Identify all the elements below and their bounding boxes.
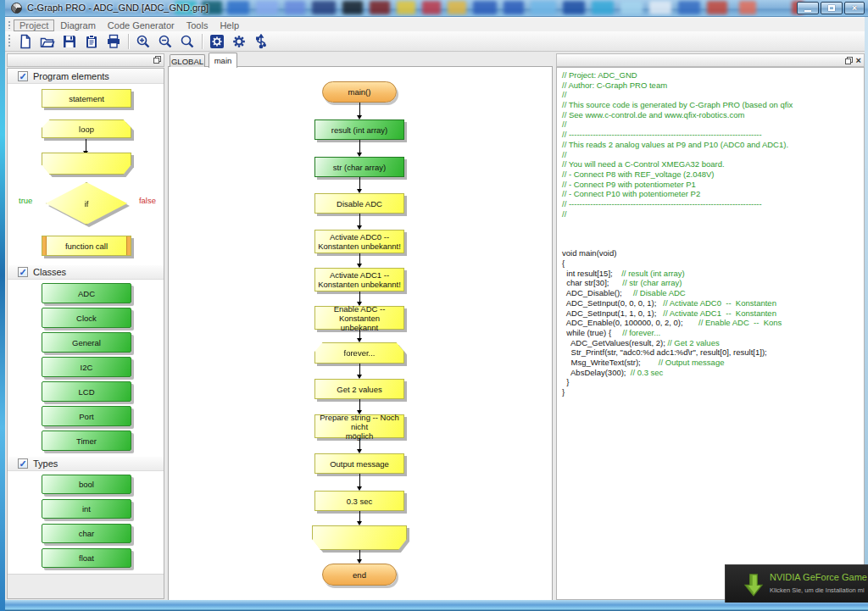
usb-button[interactable] [250, 32, 272, 51]
classes-checkbox[interactable]: ✓ [18, 267, 28, 277]
menubar-grip[interactable] [8, 20, 12, 29]
desktop-icon-blur [256, 1, 278, 14]
minimize-button[interactable] [797, 2, 819, 14]
class-i2c[interactable]: I2C [42, 357, 131, 377]
nvidia-download-icon [743, 571, 765, 597]
type-float[interactable]: float [42, 548, 131, 568]
class-port[interactable]: Port [42, 406, 131, 426]
fc-node-activate-adc1-konstanten-unbekannt[interactable]: Activate ADC1 -- Konstanten unbekannt! [314, 268, 404, 292]
function-call-label: function call [65, 242, 108, 251]
sidebar-dock-header[interactable] [7, 53, 164, 67]
fc-node-output-message[interactable]: Output message [314, 453, 404, 474]
palette-statement[interactable]: statement [42, 89, 131, 108]
build-icon [209, 34, 225, 49]
nvidia-subtitle: Klicken Sie, um die Installation mi [770, 586, 865, 594]
float-panel-icon[interactable] [153, 56, 161, 64]
fc-node-0-3-sec[interactable]: 0.3 sec [314, 491, 404, 511]
new-file-button[interactable] [14, 32, 36, 51]
close-button[interactable]: × [844, 2, 865, 14]
float-panel-icon[interactable] [845, 57, 853, 64]
fc-node-end[interactable]: end [322, 564, 397, 586]
section-label: Classes [33, 267, 66, 277]
class-lcd[interactable]: LCD [42, 381, 131, 402]
new-file-icon [18, 34, 33, 49]
code-line: // - Connect P10 with potentiometer P2 [562, 189, 865, 199]
fc-node-loop-end[interactable] [312, 525, 407, 550]
fc-node-result-int-array[interactable]: result (int array) [314, 119, 404, 140]
class-clock[interactable]: Clock [42, 308, 131, 328]
nvidia-notification[interactable]: NVIDIA GeForce Game Klicken Sie, um die … [725, 564, 868, 603]
tab-global[interactable]: GLOBAL [170, 54, 205, 67]
fc-node-get-2-values[interactable]: Get 2 values [314, 379, 404, 399]
type-char[interactable]: char [42, 524, 131, 543]
code-comment: // Activate ADC0 -- Konstanten [663, 298, 776, 308]
fc-node-forever[interactable]: forever... [314, 342, 404, 364]
desktop-icon-blur [620, 1, 643, 14]
palette-loop-end[interactable] [42, 153, 131, 175]
code-dock-header[interactable]: × [556, 53, 865, 67]
desktop-icon-blur [531, 1, 556, 14]
fc-node-str-char-array[interactable]: str (char array) [314, 157, 404, 177]
desktop-icon-blur [739, 1, 756, 14]
minimize-icon [804, 10, 811, 12]
code-comment: // See www.c-control.de and www.qfix-rob… [562, 110, 744, 119]
code-line: // -------------------------------------… [562, 130, 865, 140]
menu-diagram[interactable]: Diagram [54, 19, 102, 31]
settings-button[interactable] [228, 32, 250, 51]
maximize-button[interactable] [821, 2, 843, 14]
zoom-out-button[interactable] [154, 32, 176, 51]
code-comment: // Get 2 values [667, 338, 719, 347]
code-comment: // result (int array) [621, 269, 684, 278]
fc-node-activate-adc0-konstanten-unbekannt[interactable]: Activate ADC0 -- Konstanten unbekannt! [314, 230, 404, 253]
toolbar [5, 31, 868, 52]
type-bool[interactable]: bool [42, 475, 131, 494]
diagram-canvas[interactable]: main()result (int array)str (char array)… [168, 67, 553, 600]
code-line: // This reads 2 analog values at P9 and … [562, 140, 865, 150]
type-int[interactable]: int [42, 499, 131, 519]
menu-help[interactable]: Help [214, 19, 245, 31]
title-bar[interactable]: C-Graph PRO - ADC_GND [ADC_GND.grp] × [5, 0, 868, 17]
menu-code-generator[interactable]: Code Generator [102, 19, 181, 31]
fc-node-disable-adc[interactable]: Disable ADC [314, 193, 404, 214]
zoom-out-icon [158, 34, 173, 49]
desktop-icon-blur [342, 1, 363, 14]
open-folder-button[interactable] [36, 32, 58, 51]
code-comment: // Author: C-Graph PRO team [562, 81, 667, 90]
palette-function-call[interactable]: function call [42, 236, 131, 256]
code-line: while (true) { // forever... [562, 328, 865, 338]
fc-node-enable-adc-konstanten-unbekannt[interactable]: Enable ADC -- Konstanten unbekannt [314, 306, 404, 330]
class-adc[interactable]: ADC [42, 283, 131, 303]
if-true-label: true [19, 196, 32, 205]
fc-node-main[interactable]: main() [322, 81, 397, 103]
paste-button[interactable] [81, 32, 103, 51]
toolbar-grip[interactable] [8, 34, 12, 48]
zoom-button[interactable] [176, 32, 198, 51]
desktop-icon-blur [448, 1, 466, 14]
print-icon [106, 34, 121, 49]
palette-loop-start[interactable]: loop [42, 119, 131, 138]
code-line: // - Connect P8 with REF_voltage (2.048V… [562, 169, 865, 180]
code-text: char str[30]; [562, 278, 622, 287]
class-general[interactable]: General [42, 332, 131, 353]
desktop-icon-blur [312, 1, 336, 14]
fc-node-prepare-string-noch-nicht-m-glich[interactable]: Prepare string -- Noch nicht möglich [314, 414, 404, 438]
code-comment: // Disable ADC [633, 288, 686, 297]
desktop-icon-blur [397, 1, 415, 14]
palette-if[interactable]: if [46, 182, 127, 225]
code-view[interactable]: // Project: ADC_GND// Author: C-Graph PR… [556, 67, 865, 600]
code-comment: // This source code is generated by C-Gr… [562, 100, 793, 109]
class-timer[interactable]: Timer [42, 430, 131, 451]
close-panel-icon[interactable]: × [856, 56, 861, 64]
fc-node-forever-shape: forever... [314, 342, 404, 364]
build-button[interactable] [206, 32, 228, 51]
code-line: // Author: C-Graph PRO team [562, 81, 865, 91]
print-button[interactable] [103, 32, 125, 51]
save-button[interactable] [58, 32, 81, 51]
zoom-in-button[interactable] [132, 32, 154, 51]
types-checkbox[interactable]: ✓ [18, 458, 28, 469]
menu-tools[interactable]: Tools [181, 19, 214, 31]
tab-main[interactable]: main [209, 53, 237, 68]
code-comment: // -------------------------------------… [562, 130, 762, 139]
menu-project[interactable]: Project [14, 19, 54, 31]
program-elements-checkbox[interactable]: ✓ [18, 71, 28, 81]
